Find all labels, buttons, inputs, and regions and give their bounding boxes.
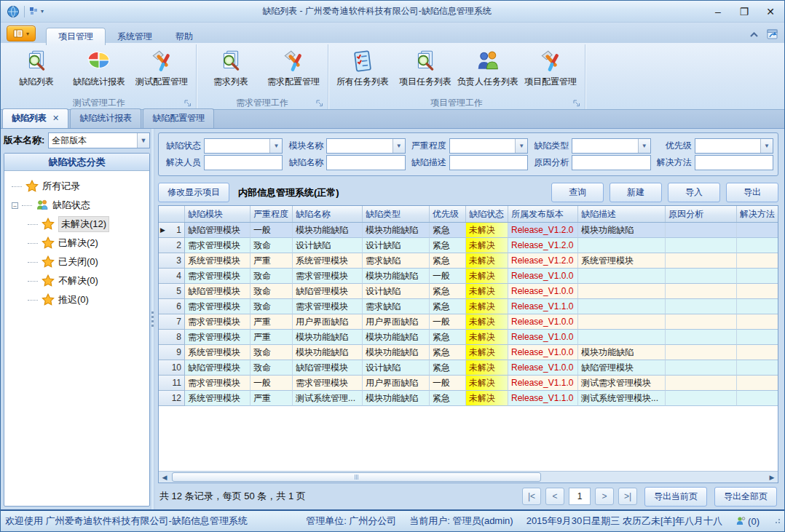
filter-select-defect-type[interactable]: ▼ <box>572 138 650 154</box>
tree-item-所有记录[interactable]: 所有记录 <box>12 177 146 196</box>
chevron-down-icon[interactable]: ▼ <box>760 139 773 153</box>
table-row[interactable]: 12系统管理模块严重测试系统管理...模块功能缺陷紧急未解决Release_V1… <box>159 391 778 406</box>
version-select[interactable]: 全部版本 ▼ <box>48 132 150 148</box>
column-header-缺陷模块[interactable]: 缺陷模块 <box>185 206 251 222</box>
export-button[interactable]: 导出 <box>726 183 778 202</box>
table-row[interactable]: 7需求管理模块严重用户界面缺陷用户界面缺陷一般未解决Release_V1.0.0 <box>159 314 778 330</box>
tree-item-推迟(0)[interactable]: 推迟(0) <box>12 290 146 309</box>
ribbon-button-测试配置管理[interactable]: 测试配置管理 <box>130 46 193 90</box>
row-header[interactable]: 6 <box>159 299 185 314</box>
modify-display-items-button[interactable]: 修改显示项目 <box>158 183 229 202</box>
collapse-icon[interactable]: – <box>12 202 18 209</box>
close-tab-icon[interactable]: ✕ <box>52 114 59 123</box>
tree-item-不解决(0)[interactable]: 不解决(0) <box>12 271 146 290</box>
ribbon-style-icon[interactable] <box>766 28 778 40</box>
table-row[interactable]: 9系统管理模块致命模块功能缺陷模块功能缺陷紧急未解决Release_V1.0.0… <box>159 345 778 360</box>
dialog-launcher-icon[interactable] <box>573 100 580 107</box>
row-header[interactable]: 9 <box>159 345 185 360</box>
row-header[interactable]: 7 <box>159 314 185 330</box>
quick-access-toolbar-button[interactable]: ▾ <box>29 7 44 16</box>
ribbon-button-项目配置管理[interactable]: 项目配置管理 <box>519 46 582 90</box>
table-row[interactable]: 4需求管理模块致命需求管理模块模块功能缺陷一般未解决Release_V1.0.0 <box>159 269 778 284</box>
minimize-button[interactable]: – <box>710 6 726 17</box>
ribbon-button-需求配置管理[interactable]: 需求配置管理 <box>262 46 325 90</box>
row-header[interactable]: 1▶ <box>159 223 185 238</box>
filter-input-solution[interactable] <box>695 156 773 170</box>
scroll-right-icon[interactable]: ▶ <box>766 472 778 483</box>
ribbon-button-需求列表[interactable]: 需求列表 <box>200 46 262 90</box>
column-header-缺陷描述[interactable]: 缺陷描述 <box>578 206 666 222</box>
first-page-button[interactable]: |< <box>522 488 541 505</box>
chevron-down-icon[interactable]: ▼ <box>137 133 149 148</box>
query-button[interactable]: 查询 <box>551 183 604 202</box>
table-row[interactable]: 10缺陷管理模块致命缺陷管理模块设计缺陷紧急未解决Release_V1.0.0缺… <box>159 360 778 376</box>
scrollbar-thumb[interactable] <box>172 472 541 482</box>
scroll-left-icon[interactable]: ◀ <box>159 472 170 483</box>
app-menu-button[interactable]: ▾ <box>7 25 36 41</box>
chevron-down-icon[interactable]: ▼ <box>269 139 282 153</box>
chevron-down-icon[interactable]: ▼ <box>515 139 527 153</box>
sidebar-splitter[interactable] <box>150 129 155 509</box>
page-number-input[interactable]: 1 <box>569 488 591 505</box>
table-row[interactable]: 2需求管理模块致命设计缺陷设计缺陷紧急未解决Release_V1.2.0 <box>159 238 778 253</box>
column-header-缺陷名称[interactable]: 缺陷名称 <box>293 206 363 222</box>
row-header[interactable]: 2 <box>159 238 185 253</box>
column-header-解决方法[interactable]: 解决方法 <box>737 206 778 222</box>
horizontal-scrollbar[interactable]: ◀ ▶ <box>159 471 778 483</box>
table-row[interactable]: 11需求管理模块一般需求管理模块用户界面缺陷一般未解决Release_V1.1.… <box>159 376 778 391</box>
ribbon-button-负责人任务列表[interactable]: 负责人任务列表 <box>457 46 519 90</box>
column-header-缺陷状态[interactable]: 缺陷状态 <box>466 206 508 222</box>
column-header-严重程度[interactable]: 严重程度 <box>251 206 293 222</box>
filter-input-resolver[interactable] <box>205 156 282 170</box>
new-button[interactable]: 新建 <box>610 183 662 202</box>
ribbon-button-项目任务列表[interactable]: 项目任务列表 <box>394 46 457 90</box>
doc-tab-缺陷配置管理[interactable]: 缺陷配置管理 <box>143 108 214 128</box>
row-header[interactable]: 8 <box>159 330 185 345</box>
dialog-launcher-icon[interactable] <box>184 100 192 107</box>
filter-select-severity[interactable]: ▼ <box>449 138 528 154</box>
ribbon-tab-系统管理[interactable]: 系统管理 <box>106 28 164 45</box>
maximize-button[interactable]: ❐ <box>736 6 752 17</box>
next-page-button[interactable]: > <box>595 488 614 505</box>
close-button[interactable]: ✕ <box>762 6 778 17</box>
prev-page-button[interactable]: < <box>545 488 564 505</box>
row-header[interactable]: 4 <box>159 269 185 284</box>
tree-item-未解决(12)[interactable]: 未解决(12) <box>12 215 146 234</box>
column-header-优先级[interactable]: 优先级 <box>430 206 466 222</box>
table-row[interactable]: 6需求管理模块致命需求管理模块需求缺陷紧急未解决Release_V1.1.0 <box>159 299 778 314</box>
filter-select-defect-status[interactable]: ▼ <box>204 138 283 154</box>
filter-select-module-name[interactable]: ▼ <box>326 138 405 154</box>
chevron-down-icon[interactable]: ▼ <box>638 139 650 153</box>
row-header[interactable]: 3 <box>159 253 185 269</box>
tree-item-缺陷状态[interactable]: –缺陷状态 <box>12 196 146 215</box>
row-header[interactable]: 12 <box>159 391 185 406</box>
filter-input-defect-desc[interactable] <box>450 156 527 170</box>
ribbon-button-所有任务列表[interactable]: 所有任务列表 <box>331 46 394 90</box>
column-header-缺陷类型[interactable]: 缺陷类型 <box>363 206 430 222</box>
ribbon-tab-项目管理[interactable]: 项目管理 <box>46 28 106 45</box>
import-button[interactable]: 导入 <box>668 183 720 202</box>
tree-item-已关闭(0)[interactable]: 已关闭(0) <box>12 253 146 271</box>
resize-grip[interactable] <box>776 519 780 523</box>
column-header-原因分析[interactable]: 原因分析 <box>666 206 737 222</box>
last-page-button[interactable]: >| <box>618 488 637 505</box>
ribbon-button-缺陷统计报表[interactable]: 缺陷统计报表 <box>68 46 130 90</box>
filter-select-priority[interactable]: ▼ <box>695 138 773 154</box>
ribbon-button-缺陷列表[interactable]: 缺陷列表 <box>5 46 68 90</box>
table-row[interactable]: 5缺陷管理模块致命缺陷管理模块设计缺陷紧急未解决Release_V1.0.0 <box>159 284 778 299</box>
table-row[interactable]: 3系统管理模块严重系统管理模块需求缺陷紧急未解决Release_V1.2.0系统… <box>159 253 778 269</box>
collapse-ribbon-icon[interactable] <box>749 31 759 38</box>
row-header[interactable]: 10 <box>159 360 185 376</box>
doc-tab-缺陷列表[interactable]: 缺陷列表✕ <box>2 108 68 128</box>
export-current-page-button[interactable]: 导出当前页 <box>644 487 707 507</box>
app-icon[interactable] <box>7 5 20 18</box>
table-row[interactable]: 8需求管理模块严重模块功能缺陷模块功能缺陷紧急未解决Release_V1.0.0 <box>159 330 778 345</box>
export-all-pages-button[interactable]: 导出全部页 <box>714 487 777 507</box>
chevron-down-icon[interactable]: ▼ <box>392 139 405 153</box>
row-header[interactable]: 5 <box>159 284 185 299</box>
table-row[interactable]: 1▶缺陷管理模块一般模块功能缺陷模块功能缺陷紧急未解决Release_V1.2.… <box>159 223 778 238</box>
filter-input-defect-name[interactable] <box>327 156 404 170</box>
ribbon-tab-帮助[interactable]: 帮助 <box>164 28 205 45</box>
row-header[interactable]: 11 <box>159 376 185 391</box>
tree-item-已解决(2)[interactable]: 已解决(2) <box>12 234 146 253</box>
